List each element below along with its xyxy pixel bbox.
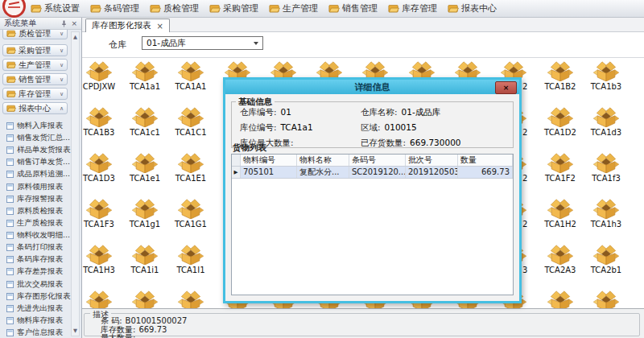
chevron-icon: ∧	[60, 105, 64, 112]
pin-icon[interactable]	[61, 20, 67, 27]
sidebar-report-item[interactable]: 条码打印报表	[6, 242, 72, 253]
sidebar-report-item[interactable]: 销售订单发货...	[6, 157, 72, 167]
field-label: 仓库编号:	[240, 107, 277, 117]
sidebar-report-item[interactable]: 批次交易报表	[6, 279, 72, 290]
storage-bin[interactable]	[85, 107, 113, 127]
storage-bin-label: TCA1b3	[582, 82, 630, 91]
menu-item-label: 库存管理	[402, 2, 437, 14]
storage-bin[interactable]	[85, 199, 113, 219]
storage-bin[interactable]	[131, 245, 159, 265]
description-line-label: 条 码:	[101, 316, 122, 325]
storage-bin[interactable]	[592, 61, 620, 81]
storage-bin[interactable]	[547, 107, 574, 127]
storage-bin[interactable]	[592, 107, 620, 127]
storage-bin[interactable]	[85, 61, 113, 81]
storage-bin[interactable]	[547, 291, 574, 308]
goods-table-row[interactable]: ▶705101复配水分...SC2019120...2019120503669.…	[232, 167, 513, 179]
sidebar-panel-1[interactable]: 采购管理∨	[2, 44, 68, 56]
storage-bin[interactable]	[131, 199, 159, 219]
open-box-icon	[85, 245, 113, 265]
sidebar-panel-label: 销售管理	[19, 74, 51, 85]
scroll-down-icon[interactable]: ▼	[72, 328, 79, 334]
storage-bin-label: TCA2b1	[582, 266, 630, 274]
open-box-icon	[177, 199, 204, 219]
sidebar-report-item[interactable]: 原料质检报表	[6, 206, 72, 216]
storage-bin-label: TCA1B3	[82, 128, 123, 137]
menu-item-label: 系统设置	[44, 2, 80, 14]
storage-bin[interactable]	[85, 153, 113, 173]
menu-item[interactable]: 报表中心	[448, 2, 497, 14]
menu-bar: 系统设置条码管理质检管理采购管理生产管理销售管理库存管理报表中心	[0, 0, 644, 18]
storage-bin[interactable]	[547, 245, 574, 265]
sidebar-report-item[interactable]: 原料领用报表	[6, 182, 72, 192]
storage-bin[interactable]	[547, 61, 574, 81]
report-icon	[6, 329, 14, 336]
sidebar-panel-5[interactable]: 报表中心∧	[2, 102, 68, 114]
scroll-up-icon[interactable]: ▲	[72, 34, 79, 40]
storage-bin[interactable]	[131, 291, 159, 308]
storage-bin[interactable]	[592, 245, 620, 265]
sidebar-report-item[interactable]: 销售发货汇总...	[6, 133, 72, 143]
menu-item[interactable]: 库存管理	[388, 2, 437, 14]
storage-bin-label: TCA1G1	[167, 220, 215, 229]
storage-bin[interactable]	[131, 153, 159, 173]
sidebar-report-item[interactable]: 库存图形化报表	[6, 291, 72, 302]
menu-item[interactable]: 采购管理	[209, 2, 258, 14]
dialog-close-button[interactable]: ×	[495, 81, 517, 94]
sidebar-title: 系统菜单	[4, 18, 61, 29]
sidebar-scrollbar[interactable]: ▲ ▼	[71, 31, 80, 336]
storage-bin[interactable]	[592, 153, 620, 173]
sidebar-panel-2[interactable]: 生产管理∨	[2, 59, 68, 71]
sidebar-panel-3[interactable]: 销售管理∨	[2, 73, 68, 85]
storage-bin[interactable]	[592, 291, 620, 308]
goods-cell: 2019120503	[406, 167, 458, 178]
folder-icon	[6, 90, 16, 97]
sidebar-report-item[interactable]: 库存差异报表	[6, 266, 72, 277]
storage-bin[interactable]	[177, 199, 204, 219]
menu-item[interactable]: 条码管理	[90, 2, 139, 14]
storage-bin[interactable]	[177, 153, 204, 173]
storage-bin[interactable]	[177, 61, 204, 81]
report-icon	[6, 196, 14, 203]
storage-bin[interactable]	[547, 199, 574, 219]
sidebar-report-item[interactable]: 物料库存报表	[6, 315, 72, 326]
storage-bin[interactable]	[85, 245, 113, 265]
storage-bin-label: TCA1I1	[167, 266, 215, 274]
sidebar-close-icon[interactable]: ×	[71, 19, 77, 27]
sidebar-report-item[interactable]: 客户信息报表	[6, 328, 72, 338]
report-icon	[6, 317, 14, 324]
storage-bin[interactable]	[177, 107, 204, 127]
sidebar-report-item[interactable]: 生产质检报表	[6, 218, 72, 229]
sidebar-report-item[interactable]: 物料入库报表	[6, 121, 72, 131]
menu-item[interactable]: 系统设置	[31, 2, 80, 14]
storage-bin[interactable]	[85, 291, 113, 308]
tab-inventory-graphic-report[interactable]: 库存图形化报表 ×	[85, 19, 170, 32]
menu-item[interactable]: 生产管理	[269, 2, 318, 14]
storage-bin[interactable]	[177, 291, 204, 308]
field-label: 区域:	[361, 122, 381, 132]
sidebar-report-label: 条码打印报表	[17, 242, 63, 253]
sidebar-report-item[interactable]: 库存报警报表	[6, 194, 72, 204]
storage-bin[interactable]	[547, 153, 574, 173]
sidebar-report-item[interactable]: 条码库存报表	[6, 254, 72, 265]
report-icon	[6, 183, 14, 191]
storage-bin[interactable]	[131, 107, 159, 127]
storage-bin-label: TCA1C1	[167, 128, 215, 137]
tab-close-icon[interactable]: ×	[157, 22, 163, 31]
storage-bin[interactable]	[592, 199, 620, 219]
open-box-icon	[592, 291, 620, 308]
storage-bin[interactable]	[177, 245, 204, 265]
sidebar-panel-4[interactable]: 库存管理∨	[2, 88, 68, 100]
sidebar-panel-label: 库存管理	[19, 89, 51, 100]
sidebar-report-item[interactable]: 物料收发明细...	[6, 230, 72, 241]
chevron-icon: ∨	[60, 91, 64, 97]
menu-item[interactable]: 质检管理	[150, 2, 199, 14]
open-box-icon	[85, 199, 113, 219]
sidebar-report-item[interactable]: 样品单发货报表	[6, 145, 72, 155]
storage-bin[interactable]	[131, 61, 159, 81]
menu-item-label: 质检管理	[163, 2, 199, 14]
sidebar-report-item[interactable]: 先进先出报表	[6, 303, 72, 314]
sidebar-report-item[interactable]: 成品原料追溯...	[6, 169, 72, 179]
menu-item[interactable]: 销售管理	[328, 2, 378, 14]
warehouse-select[interactable]: 01-成品库	[142, 36, 263, 50]
